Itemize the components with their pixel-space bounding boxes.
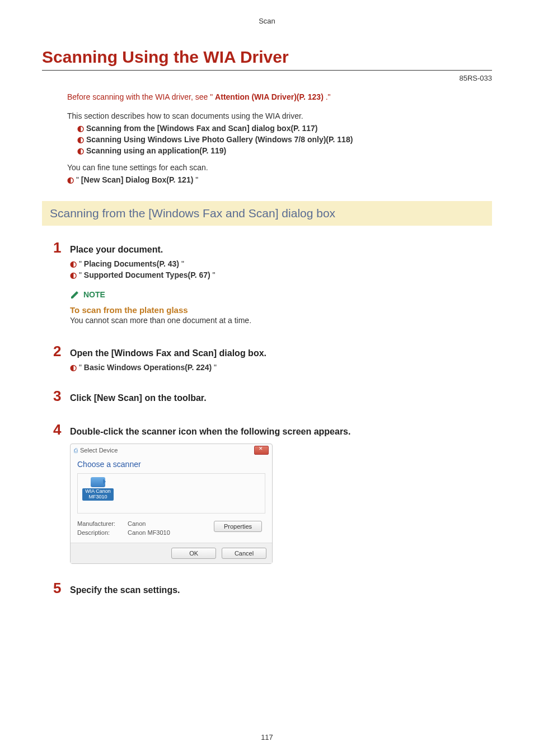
scanner-device-item[interactable]: WIA Canon MF3010 — [82, 477, 114, 501]
step-4-number: 4 — [53, 422, 70, 437]
manufacturer-value: Canon — [128, 520, 146, 527]
bullet-icon: ◐ — [77, 124, 84, 133]
doc-id: 85RS-033 — [42, 74, 492, 82]
intro-text-1: This section describes how to scan docum… — [67, 111, 481, 120]
step-2-title: Open the [Windows Fax and Scan] dialog b… — [70, 348, 266, 358]
note-label: NOTE — [70, 290, 305, 300]
section-heading: Scanning from the [Windows Fax and Scan]… — [42, 201, 492, 226]
step-1-title: Place your document. — [70, 245, 163, 255]
step1-link-1-text: Placing Documents(P. 43) — [84, 259, 179, 268]
page-title: Scanning Using the WIA Driver — [42, 48, 492, 71]
description-key: Description: — [77, 529, 128, 536]
intro-link-2[interactable]: ◐Scanning Using Windows Live Photo Galle… — [77, 135, 481, 144]
warning-line: Before scanning with the WIA driver, see… — [67, 92, 481, 101]
step-3-title: Click [New Scan] on the toolbar. — [70, 393, 207, 403]
scanner-list: WIA Canon MF3010 — [77, 473, 265, 514]
step-4-title: Double-click the scanner icon when the f… — [70, 427, 350, 437]
bullet-icon: ◐ — [70, 259, 77, 268]
intro-link-1[interactable]: ◐Scanning from the [Windows Fax and Scan… — [77, 124, 481, 133]
step2-link-1-text: Basic Windows Operations(P. 224) — [84, 363, 212, 372]
warning-link[interactable]: Attention (WIA Driver)(P. 123) — [215, 92, 324, 101]
close-icon[interactable] — [254, 446, 269, 455]
step-4: 4 Double-click the scanner icon when the… — [53, 422, 492, 437]
dialog-footer: OK Cancel — [71, 543, 272, 563]
warning-post: ." — [324, 92, 331, 101]
note-subtitle: To scan from the platen glass — [70, 305, 305, 315]
intro-link-3[interactable]: ◐Scanning using an application(P. 119) — [77, 146, 481, 155]
dialog-titlebar: ⎙ Select Device — [71, 444, 272, 456]
ok-button[interactable]: OK — [171, 548, 216, 559]
warning-pre: Before scanning with the WIA driver, see… — [67, 92, 215, 101]
q-close: " — [193, 175, 198, 184]
dialog-heading: Choose a scanner — [77, 460, 265, 469]
step-5: 5 Specify the scan settings. — [53, 581, 492, 595]
bullet-icon: ◐ — [70, 363, 77, 372]
svg-marker-0 — [71, 291, 78, 298]
step-2-number: 2 — [53, 344, 70, 358]
scanner-device-label: WIA Canon MF3010 — [82, 488, 114, 501]
step1-link-2-text: Supported Document Types(P. 67) — [84, 270, 210, 279]
select-device-dialog: ⎙ Select Device Choose a scanner WIA Can… — [70, 444, 273, 564]
intro-link-1-text: Scanning from the [Windows Fax and Scan]… — [86, 124, 317, 133]
step-5-number: 5 — [53, 581, 70, 595]
step1-link-2[interactable]: ◐" Supported Document Types(P. 67) " — [70, 270, 492, 279]
properties-button[interactable]: Properties — [214, 521, 262, 532]
pencil-icon — [70, 290, 80, 300]
page-number: 117 — [0, 733, 534, 741]
step-5-title: Specify the scan settings. — [70, 585, 180, 595]
description-value: Canon MF3010 — [128, 529, 170, 536]
step1-link-1[interactable]: ◐" Placing Documents(P. 43) " — [70, 259, 492, 268]
bullet-icon: ◐ — [70, 270, 77, 279]
intro2-link-text: [New Scan] Dialog Box(P. 121) — [81, 175, 193, 184]
q-open: " — [76, 175, 81, 184]
intro-text-2: You can fine tune settings for each scan… — [67, 163, 481, 172]
intro2-link[interactable]: ◐" [New Scan] Dialog Box(P. 121) " — [67, 175, 481, 184]
manufacturer-key: Manufacturer: — [77, 520, 128, 527]
cancel-button[interactable]: Cancel — [222, 548, 266, 559]
scanner-icon — [91, 477, 105, 487]
breadcrumb: Scan — [42, 17, 492, 25]
intro-link-3-text: Scanning using an application(P. 119) — [86, 146, 226, 155]
note-label-text: NOTE — [83, 290, 105, 299]
step-2: 2 Open the [Windows Fax and Scan] dialog… — [53, 344, 492, 358]
step-1-number: 1 — [53, 240, 70, 255]
bullet-icon: ◐ — [67, 175, 74, 184]
note-body: You cannot scan more than one document a… — [70, 316, 305, 325]
intro-link-2-text: Scanning Using Windows Live Photo Galler… — [86, 135, 353, 144]
step-3-number: 3 — [53, 389, 70, 403]
step2-link-1[interactable]: ◐" Basic Windows Operations(P. 224) " — [70, 363, 492, 372]
step-3: 3 Click [New Scan] on the toolbar. — [53, 389, 492, 403]
note-block: NOTE To scan from the platen glass You c… — [70, 290, 305, 325]
dialog-title: Select Device — [80, 447, 118, 454]
step-1: 1 Place your document. — [53, 240, 492, 255]
bullet-icon: ◐ — [77, 146, 84, 155]
bullet-icon: ◐ — [77, 135, 84, 144]
scanner-mini-icon: ⎙ — [74, 447, 78, 454]
